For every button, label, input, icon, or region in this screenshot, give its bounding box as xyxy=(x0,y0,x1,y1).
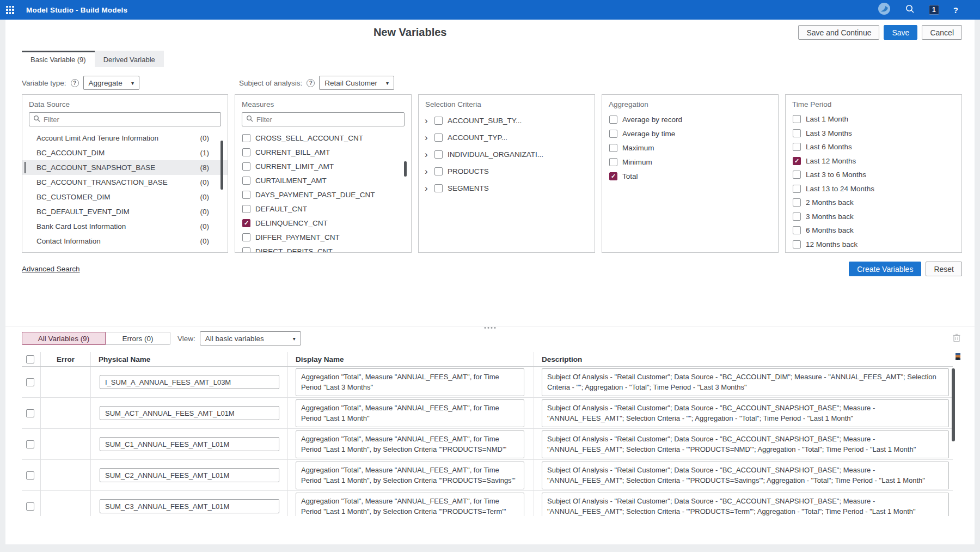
measure-item[interactable]: DIFFER_PAYMENT_CNT xyxy=(235,230,411,244)
checkbox[interactable] xyxy=(609,116,617,124)
selection-criteria-item[interactable]: ›ACCOUNT_SUB_TY... xyxy=(419,112,595,129)
physical-name-input[interactable] xyxy=(100,406,279,420)
checkbox[interactable] xyxy=(26,378,34,386)
save-button[interactable]: Save xyxy=(884,25,917,40)
checkbox[interactable] xyxy=(434,150,443,159)
col-header-physical-name[interactable]: Physical Name xyxy=(90,352,287,366)
checkbox[interactable] xyxy=(242,233,250,241)
variable-type-dropdown[interactable]: Aggregate xyxy=(83,76,139,90)
view-dropdown[interactable]: All basic variables xyxy=(200,331,301,345)
description-box[interactable]: Subject Of Analysis - "Retail Customer";… xyxy=(542,462,949,489)
tab-derived-variable[interactable]: Derived Variable xyxy=(95,51,164,67)
aggregation-item[interactable]: Maximum xyxy=(602,141,778,155)
checkbox[interactable] xyxy=(26,471,34,480)
tab-errors[interactable]: Errors (0) xyxy=(106,332,170,345)
time-period-item[interactable]: Last 12 Months xyxy=(786,154,961,168)
checkbox[interactable] xyxy=(793,129,801,137)
time-period-item[interactable]: Last 13 to 24 Months xyxy=(786,182,961,196)
checkbox[interactable] xyxy=(793,185,801,193)
display-name-box[interactable]: Aggregation "Total", Measure "ANNUAL_FEE… xyxy=(296,399,524,427)
checkbox[interactable] xyxy=(242,134,250,142)
cancel-button[interactable]: Cancel xyxy=(922,25,962,40)
selection-criteria-item[interactable]: ›INDIVIDUAL_ORGANIZATI... xyxy=(419,146,595,163)
col-header-error[interactable]: Error xyxy=(40,352,90,366)
checkbox[interactable] xyxy=(793,157,801,165)
description-box[interactable]: Subject Of Analysis - "Retail Customer";… xyxy=(542,368,949,396)
measure-item[interactable]: DIRECT_DEBITS_CNT xyxy=(235,244,411,253)
data-source-filter-input[interactable] xyxy=(44,116,217,124)
physical-name-input[interactable] xyxy=(100,437,279,451)
data-source-item[interactable]: BC_ACCOUNT_TRANSACTION_BASE(0) xyxy=(22,175,228,190)
expand-chevron-icon[interactable]: › xyxy=(425,167,430,176)
description-box[interactable]: Subject Of Analysis - "Retail Customer";… xyxy=(542,399,949,427)
time-period-item[interactable]: 6 Months back xyxy=(786,223,961,238)
checkbox[interactable] xyxy=(242,162,250,171)
measure-item[interactable]: DEFAULT_CNT xyxy=(235,202,411,216)
time-period-item[interactable]: Last 3 Months xyxy=(786,126,961,141)
time-period-item[interactable]: Last 3 to 6 Months xyxy=(786,168,961,182)
column-options-icon[interactable] xyxy=(955,353,960,370)
data-source-scrollbar[interactable] xyxy=(220,141,223,190)
checkbox[interactable] xyxy=(793,240,801,248)
subject-help-icon[interactable]: ? xyxy=(307,79,315,87)
checkbox[interactable] xyxy=(242,205,250,213)
checkbox[interactable] xyxy=(434,117,443,125)
checkbox[interactable] xyxy=(609,158,617,166)
measures-scrollbar[interactable] xyxy=(404,161,407,177)
data-source-item[interactable]: Credit Bureau Information(0) xyxy=(22,248,228,253)
checkbox[interactable] xyxy=(793,143,801,151)
expand-chevron-icon[interactable]: › xyxy=(425,184,430,193)
display-name-box[interactable]: Aggregation "Total", Measure "ANNUAL_FEE… xyxy=(296,368,524,396)
create-variables-button[interactable]: Create Variables xyxy=(849,262,921,276)
checkbox[interactable] xyxy=(793,198,801,207)
physical-name-input[interactable] xyxy=(100,468,279,482)
variable-type-help-icon[interactable]: ? xyxy=(71,79,79,87)
checkbox[interactable] xyxy=(434,184,443,192)
notification-badge[interactable]: 1 xyxy=(929,5,939,15)
measure-item[interactable]: CROSS_SELL_ACCOUNT_CNT xyxy=(235,131,411,145)
delete-variables-button[interactable] xyxy=(951,333,962,344)
data-source-item[interactable]: BC_ACCOUNT_DIM(1) xyxy=(22,145,228,160)
select-all-checkbox[interactable] xyxy=(26,355,34,363)
checkbox[interactable] xyxy=(434,134,443,142)
time-period-item[interactable]: Last 6 Months xyxy=(786,140,961,154)
description-box[interactable]: Subject Of Analysis - "Retail Customer";… xyxy=(542,493,949,517)
measure-item[interactable]: CURRENT_LIMIT_AMT xyxy=(235,159,411,173)
checkbox[interactable] xyxy=(26,440,34,448)
aggregation-item[interactable]: Average by time xyxy=(602,126,778,141)
display-name-box[interactable]: Aggregation "Total", Measure "ANNUAL_FEE… xyxy=(296,462,524,489)
data-source-item[interactable]: BC_CUSTOMER_DIM(0) xyxy=(22,190,228,204)
time-period-item[interactable]: 3 Months back xyxy=(786,210,961,224)
selection-criteria-item[interactable]: ›SEGMENTS xyxy=(419,180,595,197)
table-scrollbar[interactable] xyxy=(952,368,955,441)
checkbox[interactable] xyxy=(434,167,443,175)
physical-name-input[interactable] xyxy=(100,499,279,513)
expand-chevron-icon[interactable]: › xyxy=(425,133,430,142)
display-name-box[interactable]: Aggregation "Total", Measure "ANNUAL_FEE… xyxy=(296,493,524,517)
expand-chevron-icon[interactable]: › xyxy=(425,150,430,159)
checkbox[interactable] xyxy=(242,191,250,199)
display-name-box[interactable]: Aggregation "Total", Measure "ANNUAL_FEE… xyxy=(296,430,524,458)
measures-filter-input[interactable] xyxy=(256,116,400,124)
checkbox[interactable] xyxy=(609,130,617,138)
tab-all-variables[interactable]: All Variables (9) xyxy=(22,332,106,345)
measure-item[interactable]: DAYS_PAYMENT_PAST_DUE_CNT xyxy=(235,187,411,202)
checkbox[interactable] xyxy=(242,177,250,185)
checkbox[interactable] xyxy=(609,172,617,180)
splitter-grip-icon[interactable] xyxy=(485,327,496,329)
time-period-item[interactable]: 2 Months back xyxy=(786,196,961,210)
checkbox[interactable] xyxy=(26,502,34,511)
checkbox[interactable] xyxy=(793,115,801,123)
checkbox[interactable] xyxy=(242,219,250,227)
selection-criteria-item[interactable]: ›PRODUCTS xyxy=(419,163,595,180)
search-icon[interactable] xyxy=(905,4,915,16)
measure-item[interactable]: CURRENT_BILL_AMT xyxy=(235,145,411,159)
checkbox[interactable] xyxy=(26,409,34,417)
app-launcher-icon[interactable] xyxy=(6,6,14,14)
measure-item[interactable]: DELINQUENCY_CNT xyxy=(235,216,411,230)
checkbox[interactable] xyxy=(793,213,801,221)
data-source-item[interactable]: BC_ACCOUNT_SNAPSHOT_BASE(8) xyxy=(22,160,228,175)
data-source-item[interactable]: Account Limit And Tenure Information(0) xyxy=(22,131,228,145)
reset-button[interactable]: Reset xyxy=(926,262,962,276)
save-and-continue-button[interactable]: Save and Continue xyxy=(798,25,879,40)
